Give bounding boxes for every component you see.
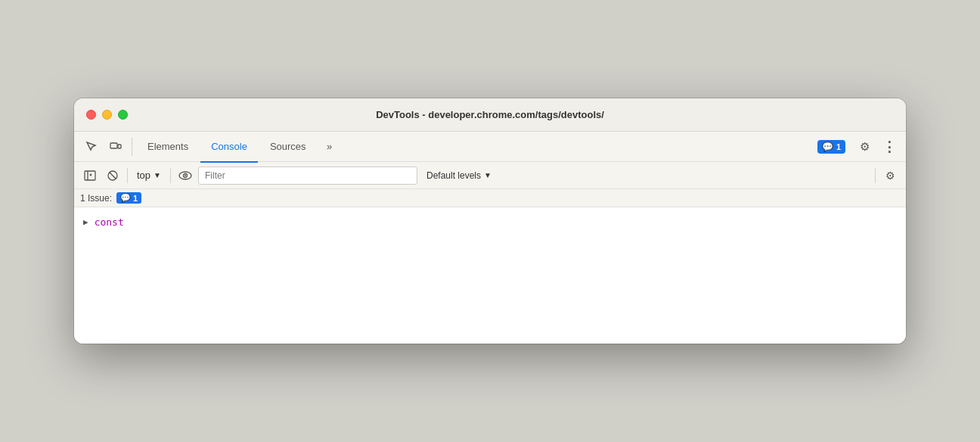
- svg-line-5: [110, 173, 116, 179]
- sidebar-toggle-icon[interactable]: [80, 166, 100, 185]
- issues-bar: 1 Issue: 💬 1: [74, 189, 906, 207]
- log-levels-chevron: ▼: [484, 171, 492, 179]
- console-line: ▶ const: [74, 213, 906, 231]
- issues-bar-label: 1 Issue:: [80, 193, 112, 204]
- console-settings-icon[interactable]: ⚙: [880, 166, 900, 185]
- window-title: DevTools - developer.chrome.com/tags/dev…: [376, 109, 604, 120]
- settings-gear-icon[interactable]: ⚙: [853, 135, 876, 158]
- frame-selector[interactable]: top ▼: [132, 168, 166, 182]
- main-toolbar: Elements Console Sources » 💬 1 ⚙ ⋮: [74, 132, 906, 162]
- issues-badge-count: 1: [836, 142, 841, 151]
- inspect-icon[interactable]: [80, 135, 103, 158]
- more-options-icon[interactable]: ⋮: [877, 135, 900, 158]
- tab-sources[interactable]: Sources: [259, 132, 317, 163]
- svg-rect-2: [85, 171, 95, 180]
- title-bar: DevTools - developer.chrome.com/tags/dev…: [74, 98, 906, 132]
- svg-point-8: [185, 175, 186, 176]
- issues-bar-count: 1: [133, 194, 138, 203]
- filter-input[interactable]: [198, 167, 417, 185]
- divider-4: [875, 168, 876, 183]
- issues-badge-icon: 💬: [120, 193, 131, 203]
- svg-rect-0: [110, 143, 117, 148]
- console-toolbar: top ▼ Default levels ▼ ⚙: [74, 162, 906, 189]
- frame-selector-chevron: ▼: [154, 171, 161, 179]
- issues-count-badge[interactable]: 💬 1: [116, 192, 141, 204]
- devtools-window: DevTools - developer.chrome.com/tags/dev…: [74, 98, 906, 344]
- svg-rect-1: [118, 145, 121, 148]
- maximize-button[interactable]: [118, 110, 128, 120]
- expand-chevron-icon[interactable]: ▶: [83, 217, 88, 227]
- svg-marker-3: [89, 173, 91, 176]
- close-button[interactable]: [86, 110, 96, 120]
- divider-1: [132, 138, 132, 156]
- tab-console[interactable]: Console: [200, 132, 258, 163]
- live-expressions-icon[interactable]: [175, 166, 195, 185]
- issues-badge[interactable]: 💬 1: [817, 140, 845, 154]
- issues-chat-icon: 💬: [822, 142, 833, 152]
- more-tabs-button[interactable]: »: [318, 135, 341, 158]
- console-output: ▶ const: [74, 207, 906, 344]
- divider-3: [170, 168, 171, 183]
- traffic-lights: [86, 110, 128, 120]
- divider-2: [127, 168, 128, 183]
- log-levels-dropdown[interactable]: Default levels ▼: [420, 169, 498, 182]
- log-levels-label: Default levels: [426, 170, 481, 181]
- device-toggle-icon[interactable]: [104, 135, 127, 158]
- clear-console-icon[interactable]: [103, 166, 122, 185]
- minimize-button[interactable]: [102, 110, 112, 120]
- tab-elements[interactable]: Elements: [137, 132, 199, 163]
- console-keyword: const: [95, 216, 124, 228]
- frame-selector-label: top: [137, 170, 150, 181]
